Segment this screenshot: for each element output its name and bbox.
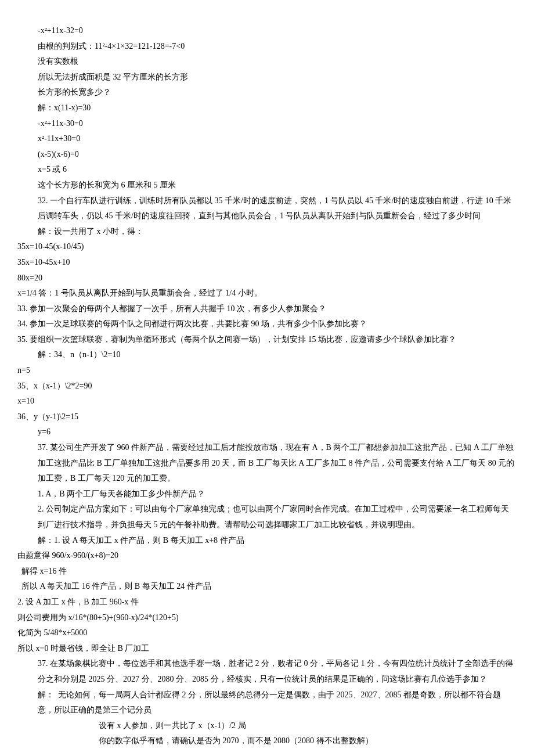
text-line: 这个长方形的长和宽为 6 厘米和 5 厘米: [17, 178, 517, 193]
text-line: 2. 公司制定产品方案如下：可以由每个厂家单独完成；也可以由两个厂家同时合作完成…: [17, 502, 517, 532]
text-line: 37. 某公司生产开发了 960 件新产品，需要经过加工后才能投放市场，现在有 …: [17, 440, 517, 487]
text-line: 解：34、n（n-1）\2=10: [17, 347, 517, 363]
text-line: 由题意得 960/x-960/(x+8)=20: [17, 548, 517, 564]
text-line: 解：设一共用了 x 小时，得：: [17, 224, 517, 240]
text-line: 解得 x=16 件: [17, 564, 517, 579]
text-line: 解：x(11-x)=30: [17, 100, 517, 116]
text-line: 解：1. 设 A 每天加工 x 件产品，则 B 每天加工 x+8 件产品: [17, 533, 517, 549]
text-line: x=10: [17, 394, 517, 409]
text-line: 32. 一个自行车队进行训练，训练时所有队员都以 35 千米/时的速度前进，突然…: [17, 193, 517, 224]
text-line: n=5: [17, 363, 517, 379]
text-line: 35x=10-45(x-10/45): [17, 239, 517, 255]
document-body: -x²+11x-32=0由根的判别式：11²-4×1×32=121-128=-7…: [17, 23, 517, 749]
text-line: 35. 要组织一次篮球联赛，赛制为单循环形式（每两个队之间赛一场），计划安排 1…: [17, 332, 517, 348]
text-line: x=1/4 答：1 号队员从离队开始到与队员重新会合，经过了 1/4 小时。: [17, 286, 517, 301]
text-line: 所以 A 每天加工 16 件产品，则 B 每天加工 24 件产品: [17, 579, 517, 595]
text-line: 35、x（x-1）\2*2=90: [17, 379, 517, 394]
text-line: 化简为 5/48*x+5000: [17, 625, 517, 641]
text-line: 35x=10-45x+10: [17, 255, 517, 271]
text-line: 设有 x 人参加，则一共比了 x（x-1）/2 局: [17, 718, 517, 734]
text-line: (x-5)(x-6)=0: [17, 147, 517, 163]
text-line: x=5 或 6: [17, 162, 517, 178]
text-line: 80x=20: [17, 271, 517, 286]
text-line: 解： 无论如何，每一局两人合计都应得 2 分，所以最终的总得分一定是偶数，由于 …: [17, 687, 517, 718]
text-line: 33. 参加一次聚会的每两个人都握了一次手，所有人共握手 10 次，有多少人参加…: [17, 301, 517, 317]
text-line: x²-11x+30=0: [17, 131, 517, 147]
text-line: 36、y（y-1)\2=15: [17, 409, 517, 425]
text-line: 37. 在某场象棋比赛中，每位选手和其他选手赛一场，胜者记 2 分，败者记 0 …: [17, 656, 517, 687]
text-line: 没有实数根: [17, 54, 517, 70]
text-line: 2. 设 A 加工 x 件，B 加工 960-x 件: [17, 595, 517, 610]
text-line: y=6: [17, 424, 517, 440]
text-line: 所以 x=0 时最省钱，即全让 B 厂加工: [17, 641, 517, 657]
text-line: 1. A，B 两个工厂每天各能加工多少件新产品？: [17, 487, 517, 502]
text-line: 34. 参加一次足球联赛的每两个队之间都进行两次比赛，共要比赛 90 场，共有多…: [17, 316, 517, 332]
text-line: 你的数字似乎有错，请确认是否为 2070，而不是 2080（2080 得不出整数…: [17, 733, 517, 749]
text-line: 所以无法折成面积是 32 平方厘米的长方形: [17, 70, 517, 85]
text-line: -x²+11x-32=0: [17, 23, 517, 39]
text-line: -x²+11x-30=0: [17, 116, 517, 132]
text-line: 由根的判别式：11²-4×1×32=121-128=-7<0: [17, 39, 517, 55]
text-line: 长方形的长宽多少？: [17, 85, 517, 100]
text-line: 则公司费用为 x/16*(80+5)+(960-x)/24*(120+5): [17, 610, 517, 626]
